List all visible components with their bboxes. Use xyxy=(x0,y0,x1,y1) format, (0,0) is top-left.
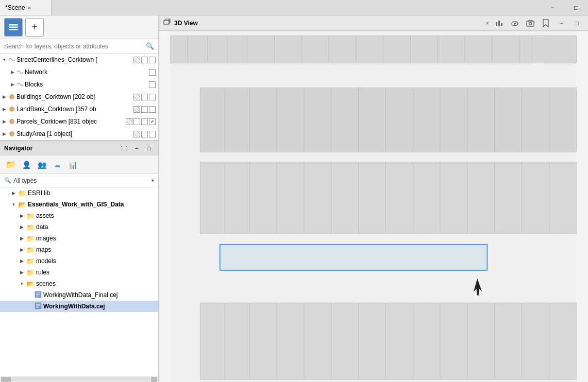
svg-rect-44 xyxy=(467,88,495,152)
layer-checks-parcels: ✓ xyxy=(126,118,156,125)
maximize-btn[interactable]: □ xyxy=(564,0,588,15)
tree-label-maps: maps xyxy=(36,246,51,253)
left-panel: + 🔍 ▾ StreetCenterlines_Corktown [ xyxy=(0,15,159,382)
svg-rect-37 xyxy=(277,88,304,152)
scene-tab[interactable]: *Scene × xyxy=(0,0,52,15)
view-minimize-btn[interactable]: − xyxy=(554,16,568,30)
check-3a[interactable] xyxy=(141,94,148,100)
navigator-menu-btn[interactable]: ⋮⋮ xyxy=(119,143,129,153)
svg-rect-19 xyxy=(188,36,207,63)
layer-item-streetcenterlines[interactable]: ▾ StreetCenterlines_Corktown [ xyxy=(0,54,158,66)
nav-group-btn[interactable]: 👥 xyxy=(35,158,48,171)
tree-item-working[interactable]: WorkingWithData.cej xyxy=(0,301,158,312)
check-6b[interactable] xyxy=(149,131,156,137)
svg-rect-74 xyxy=(495,303,522,379)
building-grid-svg xyxy=(159,31,588,382)
tree-item-essentials[interactable]: ▾ 📂 Essentials_Work_with_GIS_Data xyxy=(0,199,158,210)
add-layer-btn[interactable]: + xyxy=(25,18,44,37)
check-0a[interactable] xyxy=(141,57,148,63)
tree-item-models[interactable]: ▶ 📁 models xyxy=(0,255,158,267)
navigator-minimize-btn[interactable]: − xyxy=(131,143,142,153)
layer-search-input[interactable] xyxy=(4,43,146,50)
tree-label-esrilib: ESRI.lib xyxy=(28,189,50,197)
tree-label-data: data xyxy=(36,223,48,231)
view-close[interactable]: × xyxy=(486,20,489,26)
svg-rect-12 xyxy=(501,23,502,26)
check-3b[interactable] xyxy=(149,94,156,100)
svg-rect-30 xyxy=(465,36,492,63)
view-barchart-btn[interactable] xyxy=(492,16,507,30)
svg-rect-40 xyxy=(359,88,386,152)
view-canvas[interactable] xyxy=(159,31,588,382)
check-6a[interactable] xyxy=(141,131,148,137)
tree-item-data[interactable]: ▶ 📁 data xyxy=(0,221,158,233)
svg-rect-47 xyxy=(549,88,577,152)
svg-rect-29 xyxy=(438,36,465,63)
layer-item-landbank[interactable]: ▶ LandBank_Corktown [357 ob xyxy=(0,103,158,115)
tree-arrow-esrilib: ▶ xyxy=(10,190,16,196)
navigator-scrollbar[interactable] xyxy=(0,376,158,382)
tree-item-images[interactable]: ▶ 📁 images xyxy=(0,233,158,244)
layer-item-network[interactable]: ▶ Network xyxy=(0,66,158,78)
layer-checks-studyarea xyxy=(133,131,156,137)
check-1b[interactable] xyxy=(149,69,156,76)
svg-rect-50 xyxy=(249,162,277,234)
layer-icon-parcels xyxy=(8,118,15,125)
check-5b[interactable] xyxy=(141,118,148,125)
view-maximize-btn[interactable]: □ xyxy=(569,16,584,30)
minimize-btn[interactable]: − xyxy=(541,0,564,15)
expand-arrow-network: ▶ xyxy=(9,70,15,75)
tree-item-workingfinal[interactable]: WorkingWithData_Final.cej xyxy=(0,289,158,301)
svg-rect-71 xyxy=(413,303,440,379)
svg-rect-38 xyxy=(304,88,331,152)
tree-item-assets[interactable]: ▶ 📁 assets xyxy=(0,210,158,221)
navigator-maximize-btn[interactable]: □ xyxy=(144,143,154,153)
search-icon[interactable]: 🔍 xyxy=(146,42,154,50)
check-0b[interactable] xyxy=(149,57,156,63)
svg-rect-58 xyxy=(467,162,495,234)
tree-label-scenes: scenes xyxy=(36,280,56,287)
svg-rect-63 xyxy=(200,303,225,379)
layer-item-buildings[interactable]: ▶ Buildings_Corktown [202 obj xyxy=(0,91,158,103)
tree-arrow-essentials: ▾ xyxy=(10,202,16,207)
nav-folder-btn[interactable]: 📁 xyxy=(4,158,18,171)
view-bookmark-btn[interactable] xyxy=(539,16,553,30)
nav-people-btn[interactable]: 👤 xyxy=(20,158,33,171)
scene-tab-close[interactable]: × xyxy=(28,5,31,11)
check-5a[interactable] xyxy=(133,118,140,125)
svg-point-3 xyxy=(9,94,14,99)
view-camera-btn[interactable] xyxy=(523,16,537,30)
tree-item-maps[interactable]: ▶ 📁 maps xyxy=(0,244,158,255)
scene-toolbar: + xyxy=(0,15,158,39)
check-4a[interactable] xyxy=(141,106,148,113)
svg-point-4 xyxy=(9,107,14,112)
nav-chart-btn[interactable]: 📊 xyxy=(66,158,79,171)
svg-rect-51 xyxy=(277,162,304,234)
layer-checks-network xyxy=(149,69,156,76)
svg-rect-27 xyxy=(383,36,411,63)
svg-rect-73 xyxy=(467,303,495,379)
svg-rect-22 xyxy=(247,36,275,63)
check-4b[interactable] xyxy=(149,106,156,113)
layers-toggle-btn[interactable] xyxy=(4,18,23,37)
svg-rect-20 xyxy=(208,36,227,63)
layer-item-blocks[interactable]: ▶ Blocks xyxy=(0,78,158,91)
filter-dropdown-arrow[interactable]: ▾ xyxy=(152,178,154,183)
svg-rect-49 xyxy=(225,162,249,234)
check-2b[interactable] xyxy=(149,81,156,88)
svg-rect-25 xyxy=(329,36,356,63)
navigator-filter: 🔍 All types ▾ xyxy=(0,174,158,187)
tree-item-esrilib[interactable]: ▶ 📁 ESRI.lib xyxy=(0,187,158,199)
check-5c[interactable]: ✓ xyxy=(149,118,156,125)
nav-cloud-btn[interactable]: ☁ xyxy=(51,158,64,171)
svg-rect-31 xyxy=(492,36,519,63)
svg-rect-52 xyxy=(304,162,331,234)
svg-rect-34 xyxy=(200,88,225,152)
view-eye-btn[interactable] xyxy=(508,16,522,30)
layer-icon-studyarea xyxy=(8,130,15,137)
tree-item-scenes[interactable]: ▾ 📂 scenes xyxy=(0,278,158,289)
layer-item-parcels[interactable]: ▶ Parcels_Corktown [831 objec ✓ xyxy=(0,115,158,128)
tree-item-rules[interactable]: ▶ 📁 rules xyxy=(0,267,158,278)
layer-item-studyarea[interactable]: ▶ StudyArea [1 object] xyxy=(0,128,158,140)
filter-search-icon: 🔍 xyxy=(4,177,11,184)
